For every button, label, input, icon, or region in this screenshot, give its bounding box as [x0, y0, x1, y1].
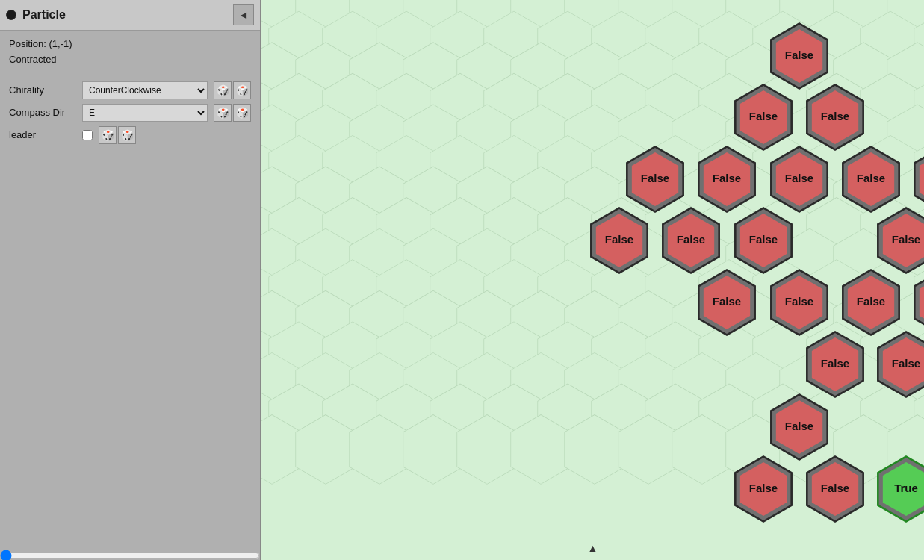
chirality-label: Chirality: [9, 84, 76, 96]
leader-btn1[interactable]: 🎲: [99, 126, 117, 144]
compass-dir-select[interactable]: E W NE NW SE SW: [82, 104, 208, 122]
compass-buttons: 🎲 🎲: [214, 104, 251, 122]
position-info: Position: (1,-1) Contracted: [0, 31, 260, 74]
leader-label: leader: [9, 129, 76, 140]
title-dot-icon: [6, 10, 16, 20]
properties-panel: Chirality CounterClockwise Clockwise 🎲 🎲…: [0, 74, 260, 152]
hex-grid-area[interactable]: ▲: [261, 0, 924, 560]
scrollbar-area: [0, 550, 260, 560]
state-label: Contracted: [9, 52, 251, 68]
chirality-buttons: 🎲 🎲: [214, 81, 251, 99]
horizontal-scrollbar[interactable]: [0, 550, 260, 560]
compass-btn2[interactable]: 🎲: [233, 104, 251, 122]
collapse-button[interactable]: ◄: [233, 4, 254, 25]
leader-checkbox[interactable]: [82, 130, 93, 140]
title-bar: Particle ◄: [0, 0, 260, 31]
compass-btn1[interactable]: 🎲: [214, 104, 232, 122]
bottom-arrow: ▲: [588, 542, 598, 554]
compass-dir-row: Compass Dir E W NE NW SE SW 🎲 🎲: [9, 104, 251, 122]
chirality-btn1[interactable]: 🎲: [214, 81, 232, 99]
chirality-row: Chirality CounterClockwise Clockwise 🎲 🎲: [9, 81, 251, 99]
leader-buttons: 🎲 🎲: [99, 126, 136, 144]
window-title: Particle: [22, 8, 227, 22]
leader-btn2[interactable]: 🎲: [118, 126, 136, 144]
position-label: Position: (1,-1): [9, 37, 251, 52]
leader-row: leader 🎲 🎲: [9, 126, 251, 144]
chirality-btn2[interactable]: 🎲: [233, 81, 251, 99]
compass-dir-label: Compass Dir: [9, 107, 76, 118]
chirality-select[interactable]: CounterClockwise Clockwise: [82, 81, 208, 99]
hex-canvas: [261, 0, 924, 560]
sidebar: Particle ◄ Position: (1,-1) Contracted C…: [0, 0, 261, 560]
